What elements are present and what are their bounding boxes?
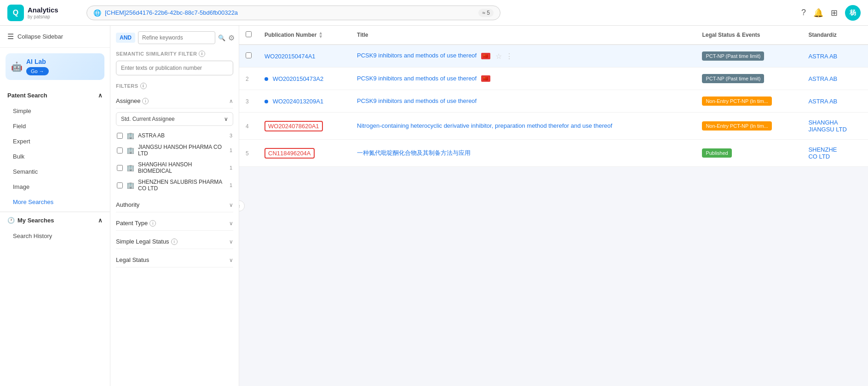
- help-icon[interactable]: ?: [801, 8, 806, 17]
- sidebar-item-bulk[interactable]: Bulk: [0, 149, 110, 164]
- sidebar-item-semantic[interactable]: Semantic: [0, 164, 110, 179]
- filters-info-icon[interactable]: i: [140, 83, 147, 89]
- assignee-checkbox-2[interactable]: [117, 165, 123, 171]
- app-sub: by patsnap: [28, 14, 58, 20]
- col-legal-status-header: Legal Status & Events: [696, 26, 802, 45]
- pub-number-1[interactable]: WO2020150473A2: [258, 68, 351, 90]
- flag-icon-0: 🇨🇳: [481, 53, 490, 59]
- legal-status-2: Non-Entry PCT-NP (In tim...: [696, 90, 802, 113]
- assignee-section-header[interactable]: Assignee i ∧: [116, 94, 233, 108]
- logo-area: Q Analytics by patsnap: [7, 5, 81, 21]
- globe-icon: 🌐: [93, 9, 101, 17]
- refine-keywords-input[interactable]: [138, 31, 215, 44]
- authority-label: Authority: [116, 201, 139, 208]
- assignee-item-0[interactable]: 🏢 ASTRA AB 3: [116, 130, 233, 142]
- main-layout: ☰ Collapse Sidebar 🤖 AI Lab Go → Patent …: [0, 26, 868, 386]
- assignee-info-icon[interactable]: i: [142, 98, 149, 104]
- patent-type-label: Patent Type: [116, 220, 148, 227]
- bell-icon[interactable]: 🔔: [813, 8, 823, 18]
- patent-type-info-icon[interactable]: i: [149, 220, 156, 227]
- legal-status-section-header[interactable]: Legal Status ∨: [116, 253, 233, 267]
- legal-status-1: PCT-NP (Past time limit): [696, 68, 802, 90]
- pub-number-3[interactable]: WO2024078620A1: [258, 113, 351, 140]
- select-all-checkbox[interactable]: [246, 31, 252, 37]
- ai-go-button[interactable]: Go →: [26, 67, 49, 75]
- assignee-label: Assignee: [116, 97, 140, 104]
- hamburger-icon: ☰: [7, 32, 14, 41]
- dot-icon-1: [264, 77, 268, 81]
- results-table-container[interactable]: Publication Number ▲▼ Title Legal Status…: [239, 26, 868, 386]
- assignee-checkbox-3[interactable]: [117, 182, 123, 188]
- dot-icon-2: [264, 100, 268, 103]
- collapse-sidebar-button[interactable]: ☰ Collapse Sidebar: [0, 26, 110, 48]
- legal-badge-4: Published: [702, 148, 731, 158]
- results-area: ‹ Publication Number ▲▼: [239, 26, 868, 386]
- patent-type-section-header[interactable]: Patent Type i ∨: [116, 216, 233, 231]
- legal-badge-0: PCT-NP (Past time limit): [702, 51, 764, 61]
- grid-icon[interactable]: ⊞: [831, 8, 838, 18]
- title-0: PCSK9 inhibitors and methods of use ther…: [351, 45, 696, 68]
- assignee-item-3[interactable]: 🏢 SHENZHEN SALUBRIS PHARMA CO LTD 1: [116, 176, 233, 194]
- search-icon[interactable]: 🔍: [218, 34, 225, 41]
- star-icon-0[interactable]: ☆: [495, 52, 502, 61]
- sidebar-item-search-history[interactable]: Search History: [0, 228, 110, 244]
- col-standardize-header: Standardiz: [802, 26, 868, 45]
- sidebar-item-expert[interactable]: Expert: [0, 134, 110, 149]
- collapse-sidebar-label: Collapse Sidebar: [17, 33, 63, 40]
- patent-search-header[interactable]: Patent Search ∧: [0, 87, 110, 103]
- row-checkbox-0[interactable]: [239, 45, 258, 68]
- my-searches-header[interactable]: 🕐 My Searches ∧: [0, 212, 110, 228]
- topbar: Q Analytics by patsnap 🌐 [CHEM]256d4176-…: [0, 0, 868, 26]
- sort-icon[interactable]: ▲▼: [318, 31, 323, 39]
- assignee-checkbox-0[interactable]: [117, 133, 123, 139]
- assignee-item-1[interactable]: 🏢 JIANGSU HANSOH PHARMA CO LTD 1: [116, 142, 233, 159]
- avatar[interactable]: 杨: [845, 5, 861, 21]
- legal-badge-3: Non-Entry PCT-NP (In tim...: [702, 121, 772, 131]
- assignee-checkbox-1[interactable]: [117, 148, 123, 153]
- title-2: PCSK9 inhibitors and methods of use ther…: [351, 90, 696, 113]
- legal-status-chevron-icon: ∨: [229, 257, 233, 263]
- and-tag[interactable]: AND: [116, 33, 135, 43]
- pub-number-0[interactable]: WO2020150474A1: [258, 45, 351, 68]
- chevron-up-icon: ∧: [98, 92, 103, 99]
- assignee-dropdown[interactable]: Std. Current Assignee ∨: [116, 112, 233, 126]
- url-text: [CHEM]256d4176-22b6-42bc-88c7-5bd6fb0032…: [105, 9, 475, 16]
- url-bar[interactable]: 🌐 [CHEM]256d4176-22b6-42bc-88c7-5bd6fb00…: [86, 6, 500, 20]
- semantic-input[interactable]: [116, 61, 233, 75]
- row-checkbox-2[interactable]: 3: [239, 90, 258, 113]
- filter-settings-icon[interactable]: ⚙: [228, 34, 235, 42]
- col-checkbox-header[interactable]: [239, 26, 258, 45]
- standardize-1: ASTRA AB: [802, 68, 868, 90]
- ai-lab-banner[interactable]: 🤖 AI Lab Go →: [6, 53, 104, 80]
- authority-section-header[interactable]: Authority ∨: [116, 198, 233, 212]
- sidebar-item-simple[interactable]: Simple: [0, 103, 110, 119]
- legal-status-section: Legal Status ∨: [116, 253, 233, 267]
- simple-legal-info-icon[interactable]: i: [171, 238, 178, 245]
- row-checkbox-4[interactable]: 5: [239, 140, 258, 167]
- table-row: 2 WO2020150473A2 PCSK9 inhibitors and me…: [239, 68, 868, 90]
- col-pub-number-header[interactable]: Publication Number ▲▼: [258, 26, 351, 45]
- col-title-header: Title: [351, 26, 696, 45]
- sidebar-item-more-searches[interactable]: More Searches: [0, 194, 110, 210]
- pub-number-4[interactable]: CN118496204A: [258, 140, 351, 167]
- sidebar-item-image[interactable]: Image: [0, 179, 110, 194]
- legal-badge-1: PCT-NP (Past time limit): [702, 74, 764, 83]
- semantic-info-icon[interactable]: i: [199, 51, 205, 57]
- simple-legal-status-section: Simple Legal Status i ∨: [116, 234, 233, 249]
- my-searches-label: My Searches: [17, 217, 54, 224]
- row-actions-0: ☆ ⋮: [495, 52, 513, 61]
- pub-number-2[interactable]: WO2024013209A1: [258, 90, 351, 113]
- assignee-item-2[interactable]: 🏢 SHANGHAI HANSOH BIOMEDICAL 1: [116, 159, 233, 176]
- patent-type-section: Patent Type i ∨: [116, 216, 233, 231]
- table-row: 4 WO2024078620A1 Nitrogen-containing het…: [239, 113, 868, 140]
- building-icon-2: 🏢: [126, 164, 134, 171]
- simple-legal-status-header[interactable]: Simple Legal Status i ∨: [116, 234, 233, 249]
- row-checkbox-3[interactable]: 4: [239, 113, 258, 140]
- result-count: ≈ 5: [478, 9, 494, 17]
- sidebar-item-field[interactable]: Field: [0, 119, 110, 134]
- title-1: PCSK9 inhibitors and methods of use ther…: [351, 68, 696, 90]
- row-checkbox-1[interactable]: 2: [239, 68, 258, 90]
- standardize-0: ASTRA AB: [802, 45, 868, 68]
- simple-legal-chevron-icon: ∨: [229, 238, 233, 245]
- more-icon-0[interactable]: ⋮: [506, 52, 513, 61]
